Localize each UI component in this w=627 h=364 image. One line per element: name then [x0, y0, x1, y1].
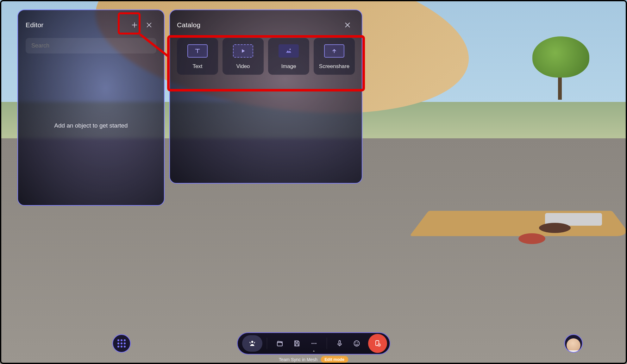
more-button[interactable]: ▴ — [306, 335, 322, 352]
mode-pill: Edit mode — [321, 356, 348, 363]
leave-icon — [374, 340, 381, 347]
editor-empty-state: Add an object to get started — [26, 53, 156, 198]
svg-point-8 — [315, 343, 317, 344]
avatar-pose-button[interactable] — [242, 335, 262, 352]
svg-point-7 — [313, 343, 315, 344]
avatar-icon — [567, 338, 580, 352]
svg-rect-5 — [296, 344, 298, 346]
coffee-table — [539, 223, 571, 233]
svg-point-6 — [311, 343, 313, 344]
emoji-icon — [353, 340, 361, 347]
main-toolbar: ▴ — [237, 332, 390, 355]
search-input[interactable] — [26, 38, 156, 53]
leave-button[interactable] — [368, 334, 387, 353]
close-icon — [344, 22, 351, 28]
svg-point-11 — [355, 342, 356, 343]
svg-point-0 — [290, 49, 291, 50]
catalog-close-button[interactable] — [340, 18, 355, 32]
save-icon — [293, 340, 301, 347]
tree — [532, 36, 589, 100]
mic-button[interactable] — [331, 335, 348, 352]
video-icon — [233, 44, 253, 58]
mic-icon — [336, 340, 343, 347]
image-icon — [279, 44, 299, 58]
text-icon — [187, 44, 208, 58]
svg-point-12 — [357, 342, 358, 343]
catalog-item-text[interactable]: Text — [177, 38, 218, 75]
grid-icon — [117, 339, 126, 348]
svg-rect-4 — [296, 341, 298, 342]
clapper-icon — [276, 340, 284, 347]
catalog-grid: Text Video Image Screenshare — [177, 38, 355, 75]
catalog-title: Catalog — [177, 21, 200, 29]
svg-point-10 — [354, 341, 359, 346]
avatar-pose-icon — [248, 340, 256, 347]
user-avatar-button[interactable] — [564, 334, 583, 353]
catalog-item-screenshare[interactable]: Screenshare — [314, 38, 355, 75]
chevron-up-icon: ▴ — [313, 349, 315, 352]
save-button[interactable] — [289, 335, 305, 352]
catalog-item-label: Screenshare — [319, 63, 349, 70]
catalog-item-video[interactable]: Video — [223, 38, 264, 75]
svg-rect-9 — [339, 341, 340, 344]
session-name: Team Sync in Mesh — [279, 357, 317, 362]
plus-icon — [131, 22, 138, 28]
catalog-item-label: Text — [192, 63, 202, 70]
close-icon — [146, 22, 153, 28]
editor-title: Editor — [26, 21, 44, 29]
catalog-item-label: Video — [236, 63, 250, 70]
catalog-panel: Catalog Text Video Image — [169, 9, 362, 184]
clapper-button[interactable] — [272, 335, 288, 352]
svg-point-2 — [251, 341, 253, 343]
catalog-item-label: Image — [281, 63, 296, 70]
ottoman — [518, 233, 545, 244]
editor-close-button[interactable] — [142, 18, 156, 32]
more-icon — [310, 340, 318, 347]
screenshare-icon — [324, 44, 344, 58]
app-launcher-button[interactable] — [112, 334, 131, 353]
add-button[interactable] — [127, 18, 142, 32]
catalog-item-image[interactable]: Image — [268, 38, 309, 75]
status-bar: Team Sync in Mesh Edit mode — [279, 356, 348, 364]
editor-panel: Editor Add an object to get started — [17, 9, 165, 206]
emoji-button[interactable] — [348, 335, 365, 352]
